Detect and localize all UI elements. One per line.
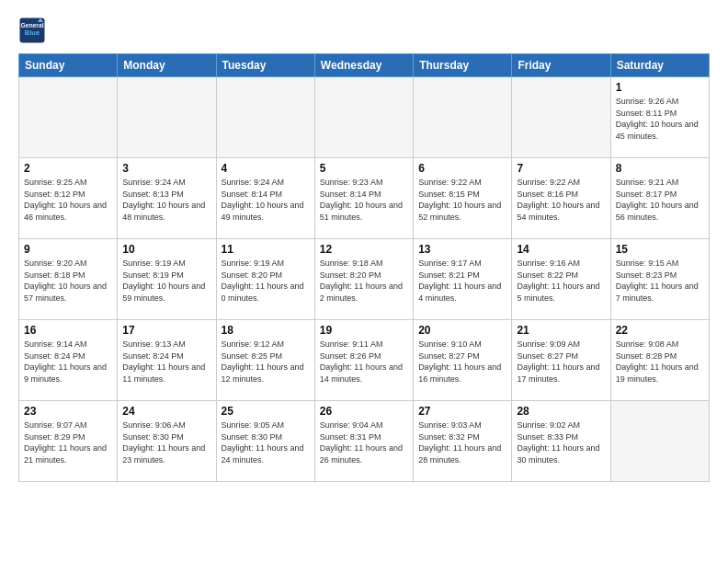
day-info: Sunrise: 9:19 AM Sunset: 8:20 PM Dayligh… (222, 258, 310, 304)
day-info: Sunrise: 9:22 AM Sunset: 8:16 PM Dayligh… (517, 177, 605, 223)
calendar-cell: 20Sunrise: 9:10 AM Sunset: 8:27 PM Dayli… (414, 320, 512, 401)
calendar-cell: 4Sunrise: 9:24 AM Sunset: 8:14 PM Daylig… (216, 158, 314, 239)
calendar-cell: 28Sunrise: 9:02 AM Sunset: 8:33 PM Dayli… (512, 401, 610, 482)
calendar: SundayMondayTuesdayWednesdayThursdayFrid… (18, 53, 710, 482)
calendar-cell: 23Sunrise: 9:07 AM Sunset: 8:29 PM Dayli… (19, 401, 118, 482)
day-info: Sunrise: 9:08 AM Sunset: 8:28 PM Dayligh… (616, 339, 704, 385)
day-number: 15 (616, 243, 704, 256)
svg-text:Blue: Blue (25, 29, 40, 37)
day-info: Sunrise: 9:15 AM Sunset: 8:23 PM Dayligh… (616, 258, 704, 304)
day-info: Sunrise: 9:06 AM Sunset: 8:30 PM Dayligh… (122, 419, 210, 465)
calendar-cell: 18Sunrise: 9:12 AM Sunset: 8:25 PM Dayli… (216, 320, 314, 401)
calendar-cell: 17Sunrise: 9:13 AM Sunset: 8:24 PM Dayli… (118, 320, 216, 401)
calendar-cell: 27Sunrise: 9:03 AM Sunset: 8:32 PM Dayli… (414, 401, 512, 482)
calendar-cell (314, 77, 413, 158)
calendar-cell: 2Sunrise: 9:25 AM Sunset: 8:12 PM Daylig… (19, 158, 118, 239)
day-info: Sunrise: 9:21 AM Sunset: 8:17 PM Dayligh… (616, 177, 704, 223)
day-info: Sunrise: 9:10 AM Sunset: 8:27 PM Dayligh… (418, 339, 506, 385)
day-info: Sunrise: 9:26 AM Sunset: 8:11 PM Dayligh… (616, 96, 704, 142)
calendar-cell: 12Sunrise: 9:18 AM Sunset: 8:20 PM Dayli… (314, 239, 413, 320)
day-number: 18 (222, 324, 310, 337)
day-info: Sunrise: 9:05 AM Sunset: 8:30 PM Dayligh… (222, 419, 310, 465)
calendar-cell: 5Sunrise: 9:23 AM Sunset: 8:14 PM Daylig… (314, 158, 413, 239)
day-info: Sunrise: 9:24 AM Sunset: 8:14 PM Dayligh… (222, 177, 310, 223)
calendar-cell: 1Sunrise: 9:26 AM Sunset: 8:11 PM Daylig… (610, 77, 709, 158)
page: General Blue SundayMondayTuesdayWednesda… (0, 0, 728, 491)
day-info: Sunrise: 9:19 AM Sunset: 8:19 PM Dayligh… (122, 258, 210, 304)
weekday-header-row: SundayMondayTuesdayWednesdayThursdayFrid… (19, 54, 710, 77)
day-number: 11 (222, 243, 310, 256)
calendar-cell (512, 77, 610, 158)
calendar-cell: 19Sunrise: 9:11 AM Sunset: 8:26 PM Dayli… (314, 320, 413, 401)
day-number: 23 (24, 405, 112, 418)
day-number: 26 (320, 405, 408, 418)
calendar-cell: 14Sunrise: 9:16 AM Sunset: 8:22 PM Dayli… (512, 239, 610, 320)
calendar-cell (118, 77, 216, 158)
day-number: 9 (24, 243, 112, 256)
day-number: 14 (517, 243, 605, 256)
day-info: Sunrise: 9:20 AM Sunset: 8:18 PM Dayligh… (24, 258, 112, 304)
calendar-cell: 26Sunrise: 9:04 AM Sunset: 8:31 PM Dayli… (314, 401, 413, 482)
week-row-2: 2Sunrise: 9:25 AM Sunset: 8:12 PM Daylig… (19, 158, 710, 239)
day-number: 20 (418, 324, 506, 337)
week-row-5: 23Sunrise: 9:07 AM Sunset: 8:29 PM Dayli… (19, 401, 710, 482)
logo: General Blue (18, 17, 46, 44)
calendar-cell: 7Sunrise: 9:22 AM Sunset: 8:16 PM Daylig… (512, 158, 610, 239)
day-info: Sunrise: 9:13 AM Sunset: 8:24 PM Dayligh… (122, 339, 210, 385)
day-info: Sunrise: 9:25 AM Sunset: 8:12 PM Dayligh… (24, 177, 112, 223)
week-row-4: 16Sunrise: 9:14 AM Sunset: 8:24 PM Dayli… (19, 320, 710, 401)
day-number: 12 (320, 243, 408, 256)
day-number: 16 (24, 324, 112, 337)
calendar-cell: 6Sunrise: 9:22 AM Sunset: 8:15 PM Daylig… (414, 158, 512, 239)
calendar-cell: 10Sunrise: 9:19 AM Sunset: 8:19 PM Dayli… (118, 239, 216, 320)
day-number: 25 (222, 405, 310, 418)
day-info: Sunrise: 9:03 AM Sunset: 8:32 PM Dayligh… (418, 419, 506, 465)
day-info: Sunrise: 9:07 AM Sunset: 8:29 PM Dayligh… (24, 419, 112, 465)
calendar-cell (610, 401, 709, 482)
week-row-3: 9Sunrise: 9:20 AM Sunset: 8:18 PM Daylig… (19, 239, 710, 320)
calendar-cell (216, 77, 314, 158)
day-info: Sunrise: 9:22 AM Sunset: 8:15 PM Dayligh… (418, 177, 506, 223)
day-info: Sunrise: 9:11 AM Sunset: 8:26 PM Dayligh… (320, 339, 408, 385)
day-info: Sunrise: 9:24 AM Sunset: 8:13 PM Dayligh… (122, 177, 210, 223)
calendar-cell: 9Sunrise: 9:20 AM Sunset: 8:18 PM Daylig… (19, 239, 118, 320)
day-number: 3 (122, 162, 210, 175)
day-number: 21 (517, 324, 605, 337)
day-info: Sunrise: 9:16 AM Sunset: 8:22 PM Dayligh… (517, 258, 605, 304)
calendar-cell: 24Sunrise: 9:06 AM Sunset: 8:30 PM Dayli… (118, 401, 216, 482)
week-row-1: 1Sunrise: 9:26 AM Sunset: 8:11 PM Daylig… (19, 77, 710, 158)
day-info: Sunrise: 9:18 AM Sunset: 8:20 PM Dayligh… (320, 258, 408, 304)
calendar-cell: 3Sunrise: 9:24 AM Sunset: 8:13 PM Daylig… (118, 158, 216, 239)
calendar-cell (414, 77, 512, 158)
calendar-cell: 22Sunrise: 9:08 AM Sunset: 8:28 PM Dayli… (610, 320, 709, 401)
day-info: Sunrise: 9:02 AM Sunset: 8:33 PM Dayligh… (517, 419, 605, 465)
day-info: Sunrise: 9:09 AM Sunset: 8:27 PM Dayligh… (517, 339, 605, 385)
day-number: 2 (24, 162, 112, 175)
svg-text:General: General (20, 22, 43, 29)
day-number: 6 (418, 162, 506, 175)
calendar-cell: 11Sunrise: 9:19 AM Sunset: 8:20 PM Dayli… (216, 239, 314, 320)
weekday-header-wednesday: Wednesday (314, 54, 413, 77)
day-info: Sunrise: 9:23 AM Sunset: 8:14 PM Dayligh… (320, 177, 408, 223)
calendar-cell: 21Sunrise: 9:09 AM Sunset: 8:27 PM Dayli… (512, 320, 610, 401)
calendar-cell: 8Sunrise: 9:21 AM Sunset: 8:17 PM Daylig… (610, 158, 709, 239)
calendar-cell: 16Sunrise: 9:14 AM Sunset: 8:24 PM Dayli… (19, 320, 118, 401)
weekday-header-saturday: Saturday (610, 54, 709, 77)
day-info: Sunrise: 9:14 AM Sunset: 8:24 PM Dayligh… (24, 339, 112, 385)
weekday-header-friday: Friday (512, 54, 610, 77)
logo-icon: General Blue (18, 17, 46, 44)
day-number: 7 (517, 162, 605, 175)
weekday-header-sunday: Sunday (19, 54, 118, 77)
day-number: 27 (418, 405, 506, 418)
day-number: 17 (122, 324, 210, 337)
day-number: 28 (517, 405, 605, 418)
calendar-cell: 15Sunrise: 9:15 AM Sunset: 8:23 PM Dayli… (610, 239, 709, 320)
calendar-cell: 25Sunrise: 9:05 AM Sunset: 8:30 PM Dayli… (216, 401, 314, 482)
header: General Blue (18, 17, 710, 44)
day-number: 4 (222, 162, 310, 175)
calendar-cell: 13Sunrise: 9:17 AM Sunset: 8:21 PM Dayli… (414, 239, 512, 320)
day-info: Sunrise: 9:04 AM Sunset: 8:31 PM Dayligh… (320, 419, 408, 465)
day-number: 19 (320, 324, 408, 337)
day-number: 1 (616, 81, 704, 94)
day-number: 5 (320, 162, 408, 175)
